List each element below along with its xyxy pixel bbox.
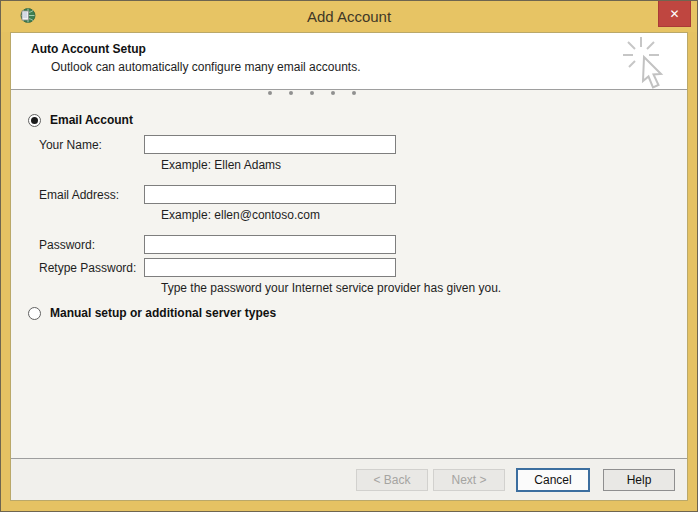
- retype-password-input[interactable]: [144, 258, 396, 277]
- your-name-hint: Example: Ellen Adams: [161, 158, 281, 172]
- radio-email-account-label: Email Account: [50, 113, 133, 127]
- help-button[interactable]: Help: [603, 469, 675, 491]
- wizard-step-subtitle: Outlook can automatically configure many…: [51, 60, 361, 74]
- progress-dot: [289, 91, 293, 95]
- your-name-label: Your Name:: [39, 138, 102, 152]
- email-address-label: Email Address:: [39, 188, 119, 202]
- add-account-dialog: Add Account ✕ Auto Account Setup Outlook…: [0, 0, 698, 512]
- close-button[interactable]: ✕: [658, 1, 691, 27]
- progress-dot: [310, 91, 314, 95]
- radio-manual-setup-label: Manual setup or additional server types: [50, 306, 276, 320]
- dialog-body: Auto Account Setup Outlook can automatic…: [10, 32, 688, 501]
- wizard-header: Auto Account Setup Outlook can automatic…: [11, 33, 687, 90]
- password-label: Password:: [39, 238, 95, 252]
- titlebar: Add Account ✕: [1, 1, 697, 32]
- radio-manual-setup[interactable]: Manual setup or additional server types: [28, 306, 276, 320]
- radio-selected-icon[interactable]: [28, 114, 41, 127]
- password-input[interactable]: [144, 235, 396, 254]
- form-area: Email Account Your Name: Example: Ellen …: [11, 90, 687, 458]
- back-button[interactable]: < Back: [356, 469, 428, 491]
- window-title: Add Account: [1, 8, 697, 25]
- cancel-button[interactable]: Cancel: [516, 468, 590, 492]
- button-bar: < Back Next > Cancel Help: [11, 458, 687, 500]
- retype-password-label: Retype Password:: [39, 261, 136, 275]
- progress-dot: [352, 91, 356, 95]
- email-address-hint: Example: ellen@contoso.com: [161, 208, 320, 222]
- progress-dot: [268, 91, 272, 95]
- progress-dots: [268, 91, 356, 95]
- radio-email-account[interactable]: Email Account: [28, 113, 133, 127]
- cursor-click-icon: [617, 35, 675, 91]
- radio-unselected-icon[interactable]: [28, 307, 41, 320]
- next-button[interactable]: Next >: [433, 469, 505, 491]
- email-address-input[interactable]: [144, 185, 396, 204]
- your-name-input[interactable]: [144, 135, 396, 154]
- progress-dot: [331, 91, 335, 95]
- wizard-step-title: Auto Account Setup: [31, 42, 146, 56]
- password-hint: Type the password your Internet service …: [161, 281, 501, 295]
